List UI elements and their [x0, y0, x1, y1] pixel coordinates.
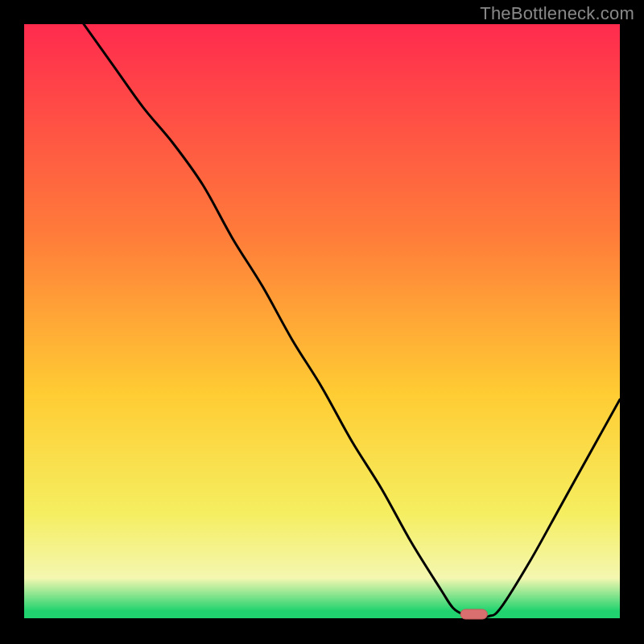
watermark-text: TheBottleneck.com: [480, 3, 634, 24]
gradient-background: [24, 24, 620, 620]
chart-container: TheBottleneck.com: [0, 0, 644, 644]
plot-area: [24, 24, 620, 620]
